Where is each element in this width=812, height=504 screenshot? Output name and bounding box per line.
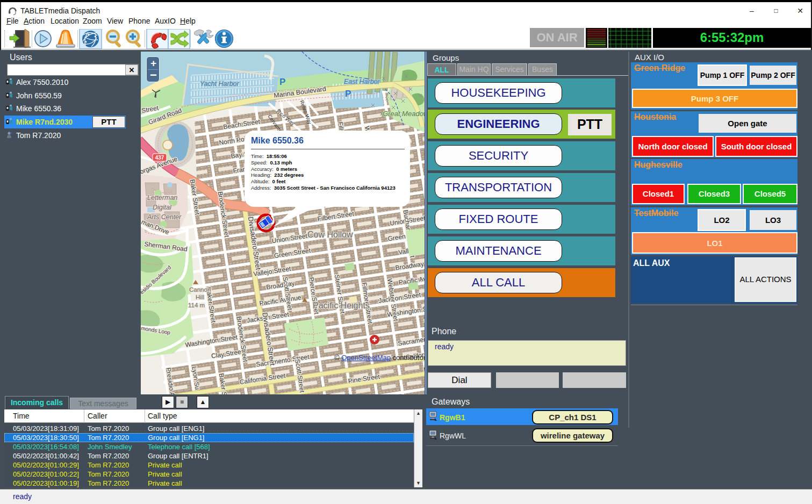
svg-text:Letterman: Letterman: [147, 194, 177, 201]
svg-text:Yacht Harbor: Yacht Harbor: [200, 80, 240, 88]
svg-text:East Harbor: East Harbor: [344, 78, 380, 85]
svg-text:P: P: [279, 77, 285, 87]
svg-text:Pacific Heights: Pacific Heights: [313, 301, 370, 310]
svg-text:Arts Center: Arts Center: [147, 213, 182, 221]
svg-text:437: 437: [155, 155, 164, 161]
svg-text:Great Meadow: Great Meadow: [383, 110, 425, 118]
svg-text:Digital: Digital: [153, 204, 172, 211]
svg-text:Cow Hollow: Cow Hollow: [307, 230, 353, 239]
svg-text:114 m: 114 m: [188, 302, 205, 308]
svg-text:Cannon: Cannon: [189, 286, 211, 293]
svg-text:© OpenStreetMap contributors: © OpenStreetMap contributors: [334, 354, 425, 362]
svg-text:P: P: [345, 89, 351, 99]
svg-text:Hill: Hill: [196, 294, 204, 300]
